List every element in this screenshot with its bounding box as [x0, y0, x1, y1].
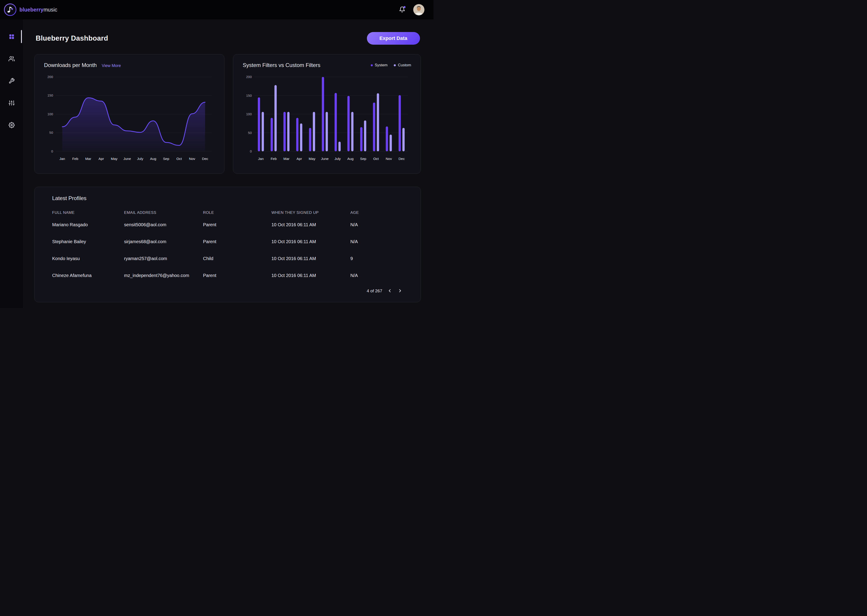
svg-text:100: 100: [246, 112, 252, 116]
table-cell: Parent: [203, 239, 271, 244]
export-data-button[interactable]: Export Data: [367, 32, 420, 45]
active-indicator: [21, 30, 22, 43]
brand-secondary: music: [44, 7, 57, 13]
legend-label: System: [375, 63, 388, 68]
table-header-cell: WHEN THEY SIGNED UP: [271, 211, 350, 215]
svg-text:Mar: Mar: [85, 157, 91, 160]
svg-text:May: May: [309, 157, 315, 160]
view-more-link[interactable]: View More: [102, 63, 121, 68]
table-cell: Chineze Afamefuna: [52, 273, 124, 278]
svg-text:Aug: Aug: [347, 157, 353, 160]
next-page-button[interactable]: [397, 288, 403, 294]
svg-text:Aug: Aug: [150, 157, 156, 160]
chart-legend: SystemCustom: [371, 63, 411, 68]
svg-text:150: 150: [47, 94, 53, 97]
table-cell: 10 Oct 2016 06:11 AM: [271, 273, 350, 278]
table-cell: sensit5006@aol.com: [124, 222, 203, 227]
table-cell: 10 Oct 2016 06:11 AM: [271, 256, 350, 261]
svg-text:June: June: [123, 157, 131, 160]
svg-text:100: 100: [47, 112, 53, 116]
svg-text:Feb: Feb: [72, 157, 78, 160]
svg-text:Jan: Jan: [258, 157, 264, 160]
downloads-card-header: Downloads per Month View More: [44, 62, 215, 68]
table-cell: Parent: [203, 222, 271, 227]
svg-text:Nov: Nov: [189, 157, 195, 160]
sidebar-item-dashboard[interactable]: [6, 31, 17, 42]
profiles-title: Latest Profiles: [52, 195, 403, 201]
svg-text:Apr: Apr: [98, 157, 104, 160]
profiles-card: Latest Profiles FULL NAMEEMAIL ADDRESSRO…: [34, 187, 421, 302]
legend-label: Custom: [398, 63, 411, 68]
table-cell: mz_independent76@yahoo.com: [124, 273, 203, 278]
sidebar-item-settings[interactable]: [6, 119, 17, 130]
legend-dot: [371, 64, 373, 66]
table-cell: 10 Oct 2016 06:11 AM: [271, 239, 350, 244]
downloads-line-chart: 050100150200JanFebMarAprMayJuneJulyAugSe…: [44, 73, 215, 163]
svg-text:200: 200: [47, 75, 53, 79]
page-title: Blueberry Dashboard: [36, 34, 108, 42]
table-cell: N/A: [350, 222, 403, 227]
logo-icon: [4, 3, 17, 16]
svg-text:July: July: [137, 157, 143, 160]
svg-text:150: 150: [246, 94, 252, 97]
svg-text:0: 0: [250, 149, 252, 153]
filters-bar-chart: 050100150200JanFebMarAprMayJuneJulyAugSe…: [243, 73, 411, 163]
table-header-row: FULL NAMEEMAIL ADDRESSROLEWHEN THEY SIGN…: [52, 211, 403, 215]
svg-text:Mar: Mar: [283, 157, 290, 160]
table-cell: N/A: [350, 273, 403, 278]
filters-card-header: System Filters vs Custom Filters SystemC…: [243, 62, 411, 68]
sliders-icon: [9, 100, 15, 106]
svg-text:200: 200: [246, 75, 252, 79]
table-cell: N/A: [350, 239, 403, 244]
table-cell: Mariano Rasgado: [52, 222, 124, 227]
charts-row: Downloads per Month View More 0501001502…: [34, 54, 421, 174]
navbar-right: [399, 4, 424, 15]
pagination-label: 4 of 267: [367, 289, 382, 294]
table-header-cell: ROLE: [203, 211, 271, 215]
filters-chart-title: System Filters vs Custom Filters: [243, 62, 320, 68]
table-cell: Child: [203, 256, 271, 261]
legend-item: Custom: [394, 63, 411, 68]
dashboard-icon: [9, 34, 15, 40]
svg-text:Jan: Jan: [59, 157, 65, 160]
notifications-button[interactable]: [399, 6, 405, 13]
sidebar-item-tools[interactable]: [6, 75, 17, 86]
svg-text:Sep: Sep: [360, 157, 366, 160]
table-cell: 9: [350, 256, 403, 261]
prev-page-button[interactable]: [387, 288, 393, 294]
table-row[interactable]: Chineze Afamefunamz_independent76@yahoo.…: [52, 267, 403, 284]
svg-text:July: July: [334, 157, 341, 160]
notification-dot: [404, 6, 405, 8]
table-cell: Parent: [203, 273, 271, 278]
sidebar-item-users[interactable]: [6, 53, 17, 64]
downloads-chart-title: Downloads per Month: [44, 62, 97, 68]
svg-text:May: May: [111, 157, 118, 160]
table-cell: Kondo Ieyasu: [52, 256, 124, 261]
svg-text:Nov: Nov: [386, 157, 392, 160]
svg-text:Dec: Dec: [399, 157, 405, 160]
svg-text:50: 50: [49, 130, 53, 134]
table-row[interactable]: Kondo Ieyasuryaman257@aol.comChild10 Oct…: [52, 250, 403, 267]
avatar-image: [413, 4, 424, 15]
table-cell: 10 Oct 2016 06:11 AM: [271, 222, 350, 227]
brand[interactable]: blueberrymusic: [4, 3, 57, 16]
top-navbar: blueberrymusic: [0, 0, 434, 19]
sidebar: [0, 19, 24, 308]
svg-text:50: 50: [248, 131, 252, 135]
filters-card: System Filters vs Custom Filters SystemC…: [233, 54, 421, 174]
svg-text:Dec: Dec: [202, 157, 208, 160]
table-row[interactable]: Mariano Rasgadosensit5006@aol.comParent1…: [52, 216, 403, 233]
table-row[interactable]: Stephanie Baileysirjames68@aol.comParent…: [52, 233, 403, 250]
profiles-table-body: Mariano Rasgadosensit5006@aol.comParent1…: [52, 215, 403, 284]
chevron-right-icon: [397, 288, 403, 293]
avatar[interactable]: [413, 4, 424, 15]
sidebar-item-filters[interactable]: [6, 97, 17, 108]
brand-primary: blueberry: [19, 7, 44, 13]
legend-item: System: [371, 63, 388, 68]
gear-icon: [9, 122, 15, 128]
table-cell: Stephanie Bailey: [52, 239, 124, 244]
svg-text:Feb: Feb: [271, 157, 277, 160]
pagination: 4 of 267: [52, 288, 403, 297]
svg-text:Apr: Apr: [296, 157, 302, 160]
table-header-cell: AGE: [350, 211, 403, 215]
